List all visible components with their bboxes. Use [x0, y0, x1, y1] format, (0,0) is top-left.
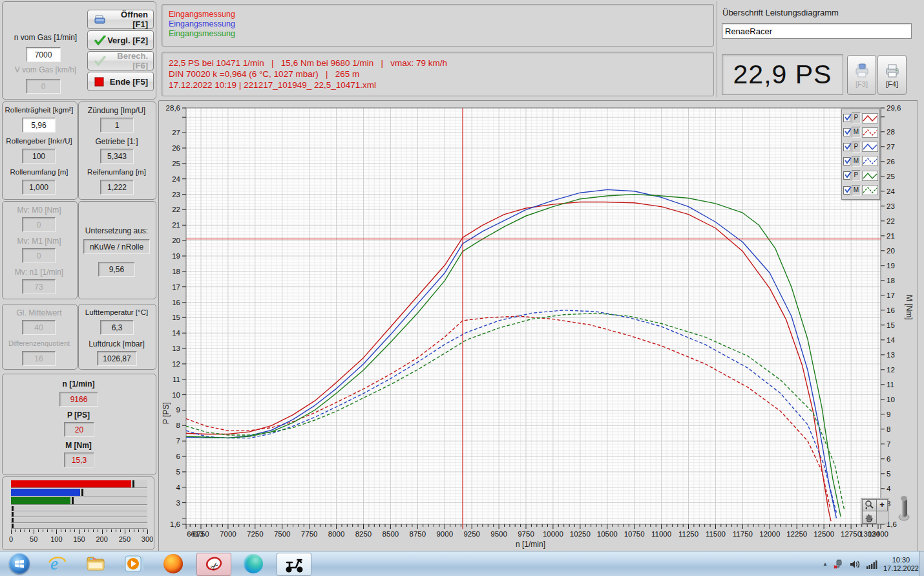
rollengeber-input[interactable]: 100: [22, 149, 56, 164]
x-tick-label: 9750: [518, 530, 534, 538]
system-tray: ▲ 10:30 17.12.2022: [823, 551, 919, 576]
cursor-knob[interactable]: [898, 494, 910, 521]
x-tick-label: 7250: [247, 530, 264, 538]
legend-checkbox[interactable]: [843, 128, 850, 136]
legend-checkbox[interactable]: [843, 157, 850, 165]
mv-m0-input[interactable]: 0: [22, 217, 56, 232]
start-button[interactable]: [3, 553, 36, 575]
folder-icon: [85, 555, 106, 573]
n-vom-gas-label: n vom Gas [1/min]: [5, 33, 86, 42]
taskbar-item-explorer[interactable]: [79, 553, 112, 575]
lufttemperatur-input[interactable]: 6,3: [100, 320, 134, 335]
volume-icon[interactable]: [850, 559, 861, 570]
open-button[interactable]: Öffnen [F1]: [87, 10, 154, 29]
y-right-tick-label: 15: [887, 321, 895, 329]
gl-mittelwert-input[interactable]: 40: [22, 320, 56, 335]
chart-title-input[interactable]: [722, 23, 912, 39]
rollenumfang-input[interactable]: 1,000: [22, 180, 56, 195]
taskbar-item-firefox[interactable]: [156, 553, 190, 575]
y-left-tick-label: 8: [176, 421, 180, 429]
legend-series-label: P: [852, 112, 861, 123]
legend-line-swatch: [862, 142, 878, 152]
y-right-tick-label: 7: [887, 440, 890, 448]
legend-row-torque-1: M: [843, 125, 878, 139]
bar-fill: [11, 480, 131, 487]
getriebe-input[interactable]: 5,343: [100, 149, 134, 164]
bar-meter-row-6: [11, 524, 147, 529]
network-signal-icon[interactable]: [866, 560, 877, 569]
legend-checkbox[interactable]: [843, 143, 850, 151]
end-button[interactable]: Ende [F5]: [87, 72, 154, 91]
bar-peak-marker: [12, 512, 14, 517]
mv-n1-input[interactable]: 73: [22, 279, 56, 294]
bar-axis-tick: [79, 529, 80, 534]
reifenumfang-input[interactable]: 1,222: [100, 180, 134, 195]
rollentraegheit-input[interactable]: 5,96: [22, 118, 56, 133]
bar-axis-tick: [93, 529, 94, 532]
mv-m1-label: Mv: M1 [Nm]: [3, 237, 76, 246]
y-right-tick-label: 19: [887, 262, 895, 270]
taskbar-item-snipping-tool[interactable]: ✂: [196, 553, 231, 576]
mv-m1-input[interactable]: 0: [22, 248, 56, 263]
taskbar-item-dyno-app[interactable]: [277, 553, 311, 576]
bar-meter: 050100150200250300: [3, 477, 154, 549]
legend-row-power-4: P: [843, 169, 878, 182]
differenzenquotient-input[interactable]: 16: [22, 351, 56, 366]
bar-axis-tick: [74, 529, 75, 532]
legend-row-torque-3: M: [843, 155, 878, 168]
plot-legend-palette: PMPMPM: [841, 109, 880, 200]
cursor-tool-button[interactable]: +: [876, 499, 888, 511]
bar-axis-tick: [134, 529, 134, 532]
internet-explorer-icon: e: [47, 554, 67, 573]
legend-series-label: P: [852, 142, 861, 153]
y-right-tick-label: 5: [887, 470, 890, 478]
legend-checkbox[interactable]: [843, 114, 850, 122]
taskbar-item-edge[interactable]: [236, 553, 270, 575]
bar-axis-tick: [65, 529, 66, 532]
compare-button[interactable]: Vergl. [F2]: [87, 30, 154, 50]
luftdruck-input[interactable]: 1026,87: [97, 351, 137, 366]
cursor-n-label: n [1/min]: [3, 379, 154, 389]
pan-tool-button[interactable]: [862, 511, 877, 524]
y-left-tick-label: 22: [172, 206, 180, 213]
x-tick-label: 9250: [463, 530, 480, 538]
open-button-label: Öffnen [F1]: [107, 10, 148, 29]
x-tick-label: 10750: [624, 530, 645, 538]
y-right-tick-label: 12: [887, 366, 895, 374]
compare-button-label: Vergl. [F2]: [106, 36, 148, 45]
differenzenquotient-label: Differenzenquotient: [3, 339, 76, 347]
y-left-tick-label: 19: [172, 252, 180, 260]
y-left-tick-label: 5: [176, 468, 180, 476]
bar-axis-tick: [147, 529, 148, 534]
zoom-tool-button[interactable]: [862, 499, 877, 511]
untersetzung-mode-select[interactable]: nKuWe / nRolle: [83, 239, 150, 254]
edge-icon: [244, 554, 263, 573]
legend-checkbox[interactable]: [843, 171, 850, 180]
power-torque-graph[interactable]: 6613675070007250750077508000825085008750…: [159, 101, 918, 551]
calculate-button[interactable]: Berech. [F6]: [87, 51, 154, 70]
v-vom-gas-input[interactable]: 0: [26, 79, 61, 94]
y-left-tick-label: 28,6: [166, 104, 180, 112]
bar-axis-tick: [11, 529, 12, 534]
hidden-icons-chevron[interactable]: ▲: [823, 561, 828, 567]
zuendung-input[interactable]: 1: [100, 118, 134, 133]
y-left-tick-label: 10: [172, 391, 180, 399]
taskbar-item-media-player[interactable]: [118, 553, 151, 575]
taskbar-item-internet-explorer[interactable]: e: [40, 553, 74, 575]
cursor-m-value: 15,3: [64, 453, 94, 467]
legend-checkbox[interactable]: [843, 186, 850, 195]
x-tick-label: 10250: [570, 530, 591, 538]
print-preview-button[interactable]: [F3]: [847, 55, 876, 95]
show-desktop-button[interactable]: [919, 551, 924, 576]
y-left-tick-label: 3: [176, 499, 180, 507]
y-right-tick-label: 4: [887, 485, 891, 493]
y-right-tick-label: 26: [887, 158, 895, 165]
bar-fill: [11, 489, 80, 496]
bar-axis-tick: [102, 529, 103, 534]
untersetzung-value[interactable]: 9,56: [98, 262, 135, 277]
bar-axis-tick: [138, 529, 139, 532]
taskbar-clock[interactable]: 10:30 17.12.2022: [883, 556, 919, 573]
n-vom-gas-input[interactable]: 7000: [26, 47, 61, 62]
usb-device-icon[interactable]: [834, 559, 844, 570]
print-button[interactable]: [F4]: [877, 55, 907, 95]
